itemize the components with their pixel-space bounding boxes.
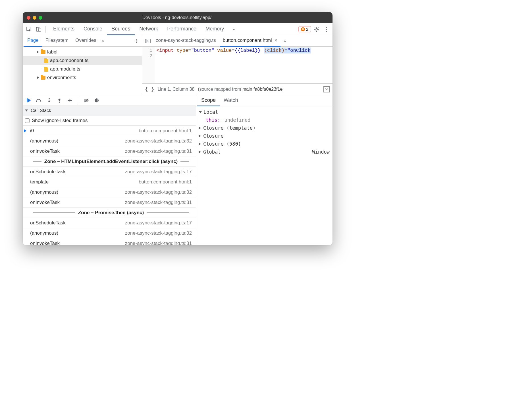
source-map-info: (source mapped from main.fa8bfa0e23f1e <box>198 87 282 92</box>
source-map-link[interactable]: main.fa8bfa0e23f1e <box>242 87 282 92</box>
scope-local[interactable]: Local <box>199 108 330 116</box>
stack-frame[interactable]: templatebutton.component.html:1 <box>23 177 196 187</box>
svg-point-14 <box>49 98 50 99</box>
close-window-button[interactable] <box>27 16 30 20</box>
stack-frame[interactable]: i0button.component.html:1 <box>23 126 196 136</box>
error-icon: ✕ <box>301 27 305 31</box>
scope-label: Closure (template) <box>203 125 255 131</box>
devtools-window: DevTools - ng-devtools.netlify.app/ Elem… <box>23 12 332 245</box>
collapse-icon <box>199 111 202 113</box>
svg-point-7 <box>136 39 137 40</box>
main-toolbar: Elements Console Sources Network Perform… <box>23 23 332 35</box>
tree-file-app-module[interactable]: app.module.ts <box>23 65 142 73</box>
maximize-window-button[interactable] <box>39 16 42 20</box>
resume-icon[interactable] <box>26 98 32 103</box>
collapse-icon <box>25 110 28 111</box>
deactivate-breakpoints-icon[interactable] <box>83 98 90 102</box>
frame-location: zone-async-stack-tagging.ts:31 <box>125 241 192 245</box>
scope-closure-template[interactable]: Closure (template) <box>199 124 330 132</box>
device-toggle-icon[interactable] <box>35 25 43 33</box>
call-stack-header[interactable]: Call Stack <box>23 106 196 115</box>
scope-global[interactable]: GlobalWindow <box>199 148 330 156</box>
svg-point-9 <box>136 42 137 43</box>
scope-closure[interactable]: Closure <box>199 132 330 140</box>
code-editor[interactable]: 1 2 <input type="button" value={{label}}… <box>142 47 332 83</box>
tab-performance[interactable]: Performance <box>163 23 201 35</box>
kebab-menu-icon[interactable] <box>322 25 330 33</box>
frame-name: (anonymous) <box>30 230 58 236</box>
stack-frame[interactable]: (anonymous)zone-async-stack-tagging.ts:3… <box>23 228 196 238</box>
stack-frame[interactable]: onInvokeTaskzone-async-stack-tagging.ts:… <box>23 238 196 245</box>
error-count-badge[interactable]: ✕ 2 <box>298 26 311 32</box>
step-out-icon[interactable] <box>56 98 63 103</box>
nav-tab-overrides[interactable]: Overrides <box>72 35 100 47</box>
pause-exceptions-icon[interactable] <box>93 98 100 103</box>
titlebar: DevTools - ng-devtools.netlify.app/ <box>23 12 332 23</box>
step-into-icon[interactable] <box>46 98 52 103</box>
close-tab-icon[interactable]: ✕ <box>274 38 278 43</box>
editor-more-chevron-icon[interactable]: » <box>282 39 288 43</box>
tree-file-app-component[interactable]: app.component.ts <box>23 56 142 65</box>
tab-console[interactable]: Console <box>79 23 107 35</box>
svg-point-16 <box>71 100 72 101</box>
expand-icon <box>199 127 201 129</box>
scope-value: Window <box>312 149 330 155</box>
expand-icon <box>37 51 39 53</box>
stack-frame[interactable]: (anonymous)zone-async-stack-tagging.ts:3… <box>23 187 196 197</box>
tab-watch[interactable]: Watch <box>220 95 242 106</box>
stack-frame[interactable]: onScheduleTaskzone-async-stack-tagging.t… <box>23 167 196 177</box>
stack-frame[interactable]: onInvokeTaskzone-async-stack-tagging.ts:… <box>23 197 196 208</box>
tree-label: label <box>47 49 57 55</box>
frame-name: onInvokeTask <box>30 241 60 245</box>
show-ignore-listed-checkbox[interactable] <box>25 118 30 123</box>
tree-label: app.component.ts <box>50 58 88 63</box>
tab-network[interactable]: Network <box>135 23 163 35</box>
separator <box>78 97 78 104</box>
nav-tab-page[interactable]: Page <box>24 35 42 47</box>
editor-tabs: zone-async-stack-tagging.ts button.compo… <box>142 35 332 47</box>
stack-frame[interactable]: onInvokeTaskzone-async-stack-tagging.ts:… <box>23 146 196 156</box>
step-icon[interactable] <box>66 99 73 102</box>
nav-more-chevron-icon[interactable]: » <box>100 39 107 43</box>
svg-rect-20 <box>97 99 97 102</box>
editor-tab-zone[interactable]: zone-async-stack-tagging.ts <box>153 35 219 47</box>
frame-name: onInvokeTask <box>30 200 60 205</box>
async-label: Zone – HTMLInputElement.addEventListener… <box>44 159 178 164</box>
settings-gear-icon[interactable] <box>313 25 321 33</box>
frame-name: onInvokeTask <box>30 148 60 154</box>
nav-tab-filesystem[interactable]: Filesystem <box>42 35 72 47</box>
tab-memory[interactable]: Memory <box>201 23 228 35</box>
navigator-tabs: Page Filesystem Overrides » <box>23 35 142 47</box>
tab-label: button.component.html <box>223 38 272 43</box>
scope-closure-580[interactable]: Closure (580) <box>199 140 330 148</box>
tree-folder-label[interactable]: label <box>23 48 142 56</box>
svg-point-6 <box>326 31 327 32</box>
frame-location: zone-async-stack-tagging.ts:31 <box>125 148 192 154</box>
navigator-pane: Page Filesystem Overrides » label <box>23 35 142 95</box>
tab-label: zone-async-stack-tagging.ts <box>156 38 216 43</box>
frame-location: zone-async-stack-tagging.ts:17 <box>125 169 192 175</box>
editor-tab-button-component[interactable]: button.component.html ✕ <box>220 35 280 47</box>
stack-frame[interactable]: onScheduleTaskzone-async-stack-tagging.t… <box>23 218 196 228</box>
frame-name: onScheduleTask <box>30 169 66 175</box>
svg-point-18 <box>95 98 99 102</box>
tab-scope[interactable]: Scope <box>197 95 220 106</box>
step-over-icon[interactable] <box>36 98 42 102</box>
tab-elements[interactable]: Elements <box>49 23 79 35</box>
frame-name: template <box>30 179 49 185</box>
nav-kebab-menu-icon[interactable] <box>133 37 141 45</box>
toggle-navigator-icon[interactable] <box>144 37 152 45</box>
checkbox-label: Show ignore-listed frames <box>32 118 88 123</box>
panel-tabs: Elements Console Sources Network Perform… <box>49 23 228 35</box>
inspect-element-icon[interactable] <box>25 25 33 33</box>
stack-frame[interactable]: (anonymous)zone-async-stack-tagging.ts:3… <box>23 136 196 146</box>
tree-folder-environments[interactable]: environments <box>23 73 142 82</box>
scope-var-this[interactable]: this: undefined <box>199 116 330 124</box>
dropdown-caret-icon[interactable] <box>323 86 330 92</box>
scope-label: Global <box>203 149 221 155</box>
async-label: Zone – Promise.then (async) <box>78 210 144 216</box>
minimize-window-button[interactable] <box>33 16 36 20</box>
pretty-print-icon[interactable]: { } <box>145 86 154 92</box>
more-tabs-chevron-icon[interactable]: » <box>230 27 237 32</box>
tab-sources[interactable]: Sources <box>107 23 135 35</box>
